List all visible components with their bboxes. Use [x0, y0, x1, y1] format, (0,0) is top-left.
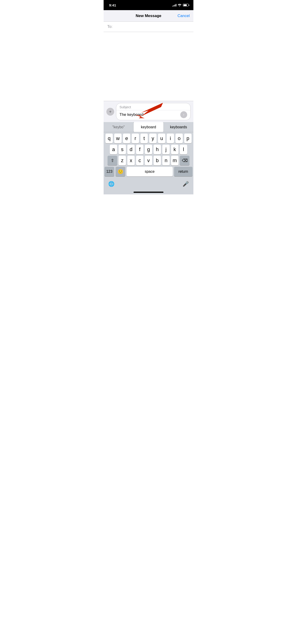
send-button[interactable]: ↑: [180, 111, 187, 118]
key-y[interactable]: y: [149, 134, 156, 143]
key-k[interactable]: k: [171, 145, 178, 154]
key-c[interactable]: c: [136, 156, 144, 166]
message-body[interactable]: [104, 32, 194, 101]
subject-placeholder: Subject: [120, 105, 131, 109]
delete-key[interactable]: ⌫: [180, 156, 190, 166]
keyboard-row-4: 123 🙂 space return: [104, 166, 194, 178]
message-input-container[interactable]: Subject The keyboard ↑: [116, 103, 191, 120]
key-b[interactable]: b: [154, 156, 161, 166]
key-w[interactable]: w: [114, 134, 122, 143]
keyboard-row-1: q w e r t y u i o p: [104, 132, 194, 143]
to-field[interactable]: To:: [104, 22, 194, 32]
autocomplete-item-selected[interactable]: keyboard: [134, 122, 164, 132]
subject-area[interactable]: Subject: [116, 103, 190, 110]
return-key[interactable]: return: [174, 167, 192, 176]
key-u[interactable]: u: [158, 134, 165, 143]
content-area: To: + Subject The keyboard ↑: [104, 22, 194, 122]
home-indicator: [104, 190, 194, 194]
key-q[interactable]: q: [106, 134, 113, 143]
status-icons: [172, 4, 189, 6]
cancel-button[interactable]: Cancel: [178, 14, 190, 18]
nav-bar: New Message Cancel: [104, 10, 194, 22]
shift-key[interactable]: ⇧: [108, 156, 117, 166]
space-key[interactable]: space: [127, 167, 173, 176]
plus-icon: +: [109, 110, 112, 114]
key-m[interactable]: m: [171, 156, 178, 166]
status-time: 9:41: [109, 3, 116, 7]
key-e[interactable]: e: [123, 134, 130, 143]
to-label: To:: [107, 24, 112, 29]
keyboard: q w e r t y u i o p a s d f g h j k l ⇧ …: [104, 132, 194, 194]
wifi-icon: [178, 4, 182, 6]
home-bar: [134, 192, 164, 193]
send-icon: ↑: [183, 113, 185, 116]
key-l[interactable]: l: [180, 145, 187, 154]
autocomplete-bar: "keybo" keyboard keyboards: [104, 122, 194, 132]
keyboard-bottom-bar: 🌐 🎤: [104, 178, 194, 190]
add-button[interactable]: +: [106, 108, 114, 116]
key-x[interactable]: x: [127, 156, 135, 166]
key-z[interactable]: z: [118, 156, 126, 166]
message-text-row: The keyboard ↑: [116, 110, 190, 120]
number-key[interactable]: 123: [104, 167, 114, 176]
autocomplete-item-quoted[interactable]: "keybo": [104, 122, 134, 132]
autocomplete-item-keyboards[interactable]: keyboards: [164, 122, 194, 132]
key-v[interactable]: v: [145, 156, 152, 166]
key-t[interactable]: t: [140, 134, 148, 143]
message-input-area: + Subject The keyboard ↑: [104, 101, 194, 122]
microphone-icon[interactable]: 🎤: [182, 181, 189, 187]
key-f[interactable]: f: [136, 145, 144, 154]
key-n[interactable]: n: [162, 156, 170, 166]
key-o[interactable]: o: [176, 134, 183, 143]
key-g[interactable]: g: [145, 145, 152, 154]
status-bar: 9:41: [104, 0, 194, 10]
battery-icon: [183, 4, 189, 6]
emoji-key[interactable]: 🙂: [116, 167, 125, 176]
nav-title: New Message: [136, 14, 162, 18]
message-text: The keyboard: [120, 112, 144, 117]
input-area-wrapper: + Subject The keyboard ↑: [104, 101, 194, 122]
key-r[interactable]: r: [132, 134, 139, 143]
key-s[interactable]: s: [118, 145, 126, 154]
globe-icon[interactable]: 🌐: [108, 181, 114, 187]
keyboard-row-3: ⇧ z x c v b n m ⌫: [104, 154, 194, 166]
screen: 9:41 New Message Cancel: [104, 0, 194, 194]
key-a[interactable]: a: [110, 145, 117, 154]
key-p[interactable]: p: [184, 134, 192, 143]
key-h[interactable]: h: [154, 145, 161, 154]
signal-icon: [172, 4, 176, 6]
keyboard-row-2: a s d f g h j k l: [104, 143, 194, 154]
key-j[interactable]: j: [162, 145, 170, 154]
key-d[interactable]: d: [127, 145, 135, 154]
key-i[interactable]: i: [167, 134, 174, 143]
